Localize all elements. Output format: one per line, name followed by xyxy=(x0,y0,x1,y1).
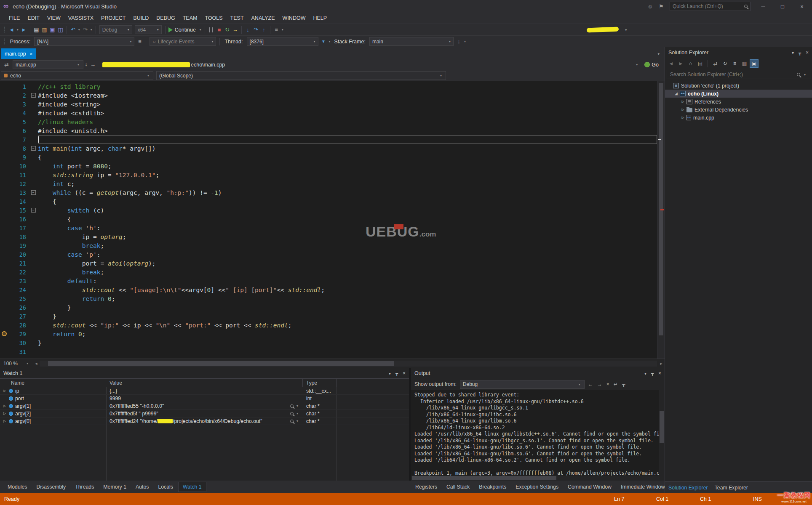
breakpoint-margin[interactable] xyxy=(0,276,9,285)
quick-launch-box[interactable]: Quick Launch (Ctrl+Q) xyxy=(670,2,751,11)
tab-registers[interactable]: Registers xyxy=(411,482,441,492)
tab-breakpoints[interactable]: Breakpoints xyxy=(475,482,510,492)
tab-call-stack[interactable]: Call Stack xyxy=(442,482,474,492)
breakpoint-margin[interactable] xyxy=(0,223,9,232)
menu-edit[interactable]: EDIT xyxy=(24,13,43,24)
window-position-icon[interactable]: ▾ xyxy=(389,371,391,376)
fold-margin[interactable]: − xyxy=(29,190,38,195)
code-text[interactable]: { xyxy=(38,153,657,162)
navigate-forward-icon[interactable]: ► xyxy=(20,26,28,34)
tree-item-main-cpp[interactable]: ▷main.cpp xyxy=(665,114,812,122)
editor-horizontal-scrollbar[interactable] xyxy=(40,361,657,367)
magnifier-icon[interactable] xyxy=(290,404,294,408)
continue-dropdown-icon[interactable]: ▾ xyxy=(198,28,203,32)
fold-margin[interactable]: − xyxy=(29,93,38,98)
tab-exception-settings[interactable]: Exception Settings xyxy=(511,482,563,492)
collapse-region-icon[interactable]: − xyxy=(31,208,36,213)
code-text[interactable] xyxy=(38,347,657,356)
toolbar-overflow-icon[interactable]: ▾ xyxy=(625,28,627,32)
toggle-word-wrap-icon[interactable]: ↵ xyxy=(614,381,618,387)
code-editor[interactable]: 1//c++ std library2−#include <iostream>3… xyxy=(0,81,665,359)
pending-changes-filter-icon[interactable]: ⇄ xyxy=(711,59,720,68)
code-text[interactable]: break; xyxy=(38,241,657,250)
code-text[interactable]: #include <string> xyxy=(38,100,657,109)
breakpoint-margin[interactable] xyxy=(0,241,9,250)
code-text[interactable]: //linux headers xyxy=(38,117,657,126)
scrollbar-thumb[interactable] xyxy=(660,411,664,443)
breakpoint-margin[interactable] xyxy=(0,294,9,303)
code-text[interactable]: #include <iostream> xyxy=(38,91,657,100)
show-all-files-icon[interactable]: ▥ xyxy=(740,59,749,68)
tab-watch-1[interactable]: Watch 1 xyxy=(178,482,206,492)
magnifier-icon[interactable] xyxy=(290,420,294,423)
close-icon[interactable]: × xyxy=(403,370,406,376)
show-next-statement-icon[interactable]: → xyxy=(231,26,239,34)
navigate-back-icon[interactable]: ◄ xyxy=(8,26,16,34)
refresh-icon[interactable]: ↻ xyxy=(721,59,729,68)
tree-item-solution-echo-1-project-[interactable]: Solution 'echo' (1 project) xyxy=(665,82,812,90)
thread-dropdown[interactable]: [8376] ▾ xyxy=(247,37,318,46)
sync-with-active-document-icon[interactable]: ▣ xyxy=(750,59,759,68)
close-icon[interactable]: × xyxy=(806,50,809,56)
stack-frame-dropdown[interactable]: main ▾ xyxy=(369,37,454,46)
toolbar-grip[interactable]: ┊ xyxy=(3,38,6,45)
zoom-dropdown[interactable]: 100 % ▾ xyxy=(0,361,33,367)
code-text[interactable]: } xyxy=(38,303,657,312)
chevron-down-icon[interactable]: ▾ xyxy=(803,73,807,77)
menu-debug[interactable]: DEBUG xyxy=(152,13,179,24)
expand-icon[interactable]: ▷ xyxy=(680,100,686,104)
tab-autos[interactable]: Autos xyxy=(131,482,153,492)
tree-item-external-dependencies[interactable]: ▷External Dependencies xyxy=(665,106,812,114)
path-dropdown-icon[interactable]: ▾ xyxy=(635,63,639,66)
tree-item-echo-linux-[interactable]: ◢echo (Linux) xyxy=(665,90,812,98)
tab-threads[interactable]: Threads xyxy=(71,482,98,492)
tab-close-icon[interactable]: × xyxy=(30,51,32,56)
collapse-region-icon[interactable]: − xyxy=(31,93,36,98)
output-vertical-scrollbar[interactable] xyxy=(659,390,665,476)
chevron-down-icon[interactable]: ▾ xyxy=(295,412,299,415)
breakpoint-margin[interactable] xyxy=(0,179,9,188)
step-into-icon[interactable]: ↓ xyxy=(244,26,252,34)
restart-icon[interactable]: ↻ xyxy=(223,26,231,34)
menu-help[interactable]: HELP xyxy=(309,13,331,24)
maximize-button[interactable]: □ xyxy=(776,3,789,10)
breakpoint-margin[interactable] xyxy=(0,206,9,215)
watch-row[interactable]: ▷argv[0]0x7fffffffed24 "/home//projects/… xyxy=(0,417,409,425)
menu-test[interactable]: TEST xyxy=(227,13,248,24)
breakpoint-margin[interactable] xyxy=(0,312,9,321)
filter-threads-icon[interactable]: ▼ xyxy=(320,37,328,45)
breakpoint-margin[interactable] xyxy=(0,232,9,241)
breakpoint-margin[interactable] xyxy=(0,188,9,197)
menu-vassistx[interactable]: VASSISTX xyxy=(64,13,97,24)
pin-icon[interactable]: ┳ xyxy=(799,50,801,55)
menu-team[interactable]: TEAM xyxy=(179,13,201,24)
solution-configuration-dropdown[interactable]: Debug ▾ xyxy=(99,25,132,34)
breakpoint-margin[interactable] xyxy=(0,144,9,153)
code-text[interactable]: std::string ip = "127.0.0.1"; xyxy=(38,170,657,179)
code-text[interactable]: default: xyxy=(38,276,657,285)
step-over-icon[interactable]: ↷ xyxy=(252,26,260,34)
solution-explorer-search-box[interactable]: Search Solution Explorer (Ctrl+;) ▾ xyxy=(667,70,810,79)
code-text[interactable]: return 0; xyxy=(38,330,657,338)
breakpoint-margin[interactable] xyxy=(0,82,9,91)
menu-window[interactable]: WINDOW xyxy=(279,13,310,24)
breakpoint-margin[interactable] xyxy=(0,170,9,179)
output-horizontal-scrollbar[interactable] xyxy=(411,476,665,481)
home-icon[interactable]: ⌂ xyxy=(686,59,695,68)
pin-icon[interactable]: ┳ xyxy=(651,371,654,376)
collapse-region-icon[interactable]: − xyxy=(31,146,36,151)
close-button[interactable]: × xyxy=(795,3,809,10)
code-text[interactable]: //c++ std library xyxy=(38,82,657,91)
code-text[interactable]: case 'p': xyxy=(38,250,657,259)
tab-immediate-window[interactable]: Immediate Window xyxy=(617,482,669,492)
tab-main-cpp[interactable]: main.cpp × xyxy=(1,48,36,59)
output-text[interactable]: Stopped due to shared library event: Inf… xyxy=(411,390,659,476)
code-text[interactable]: while ((c = getopt(argc, argv, "h:p:")) … xyxy=(38,188,657,197)
text-visualizer-control[interactable]: ▾ xyxy=(290,412,299,415)
continue-play-icon[interactable] xyxy=(168,27,173,32)
file-spinner-control[interactable]: ▴ ▾ xyxy=(85,63,87,67)
breakpoint-indicator-icon[interactable] xyxy=(2,331,7,336)
navigate-back-dropdown-icon[interactable]: ▾ xyxy=(16,28,20,32)
undo-dropdown-icon[interactable]: ▾ xyxy=(77,28,81,32)
code-text[interactable]: } xyxy=(38,338,657,347)
